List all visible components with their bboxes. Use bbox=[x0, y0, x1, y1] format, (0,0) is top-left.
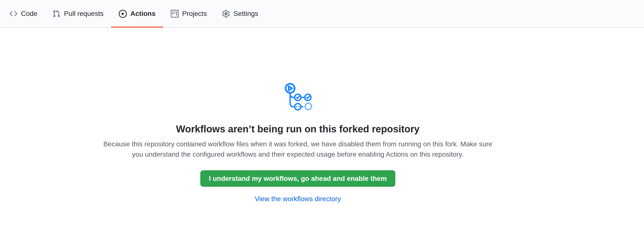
project-icon bbox=[171, 10, 178, 18]
tab-settings-label: Settings bbox=[234, 10, 258, 18]
actions-workflow-icon bbox=[283, 28, 313, 111]
tab-projects-label: Projects bbox=[182, 10, 207, 18]
play-circle-icon bbox=[119, 10, 127, 18]
blankslate-description: Because this repository contained workfl… bbox=[100, 139, 496, 159]
enable-workflows-button[interactable]: I understand my workflows, go ahead and … bbox=[200, 170, 395, 187]
tab-pull-requests[interactable]: Pull requests bbox=[45, 0, 111, 28]
tab-code-label: Code bbox=[21, 10, 38, 18]
tab-code[interactable]: Code bbox=[2, 0, 45, 28]
tab-actions-label: Actions bbox=[130, 10, 156, 18]
tab-pull-requests-label: Pull requests bbox=[64, 10, 104, 18]
tab-actions[interactable]: Actions bbox=[111, 0, 163, 28]
tab-projects[interactable]: Projects bbox=[163, 0, 214, 28]
actions-blankslate: Workflows aren’t being run on this forke… bbox=[0, 28, 596, 203]
repo-tab-nav: Code Pull requests Actions Projects Sett… bbox=[0, 0, 644, 28]
gear-icon bbox=[222, 10, 230, 18]
view-workflows-directory-link[interactable]: View the workflows directory bbox=[255, 195, 341, 203]
tab-settings[interactable]: Settings bbox=[214, 0, 266, 28]
code-icon bbox=[10, 10, 17, 18]
blankslate-heading: Workflows aren’t being run on this forke… bbox=[176, 123, 420, 135]
git-pull-request-icon bbox=[52, 10, 60, 18]
